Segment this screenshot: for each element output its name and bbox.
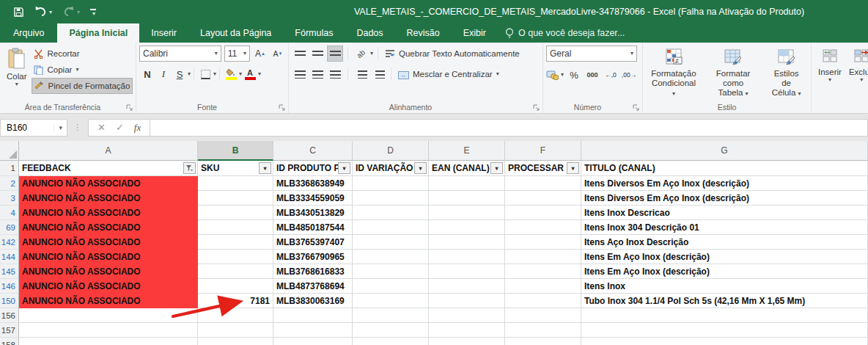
titulo-cell[interactable]: Itens Aço Inox Descrição [581,235,868,250]
number-format-combobox[interactable]: Geral ▾ [546,46,637,62]
sku-cell[interactable] [198,235,273,250]
id-variacao-cell[interactable] [353,294,429,308]
id-variacao-cell[interactable] [353,264,429,279]
processar-cell[interactable] [505,294,581,308]
paste-button[interactable]: Colar ▾ [3,46,30,94]
filter-applied-button[interactable] [183,162,196,174]
align-right-icon[interactable] [327,66,343,82]
id-produto-cell[interactable]: MLB3334559059 [273,191,353,206]
ean-cell[interactable] [429,264,505,279]
column-header-a[interactable]: A [19,141,198,161]
tab-pagina-inicial[interactable]: Página Inicial [57,23,139,43]
fill-color-icon[interactable] [223,66,239,82]
cell-c1[interactable]: ID PRODUTO P ▾ [273,161,353,176]
processar-cell[interactable] [505,176,581,191]
font-size-combobox[interactable]: 11 ▾ [224,46,250,62]
row-number[interactable]: 69 [0,220,19,235]
undo-icon[interactable]: ▾ [34,7,52,17]
empty-cell[interactable] [353,308,429,323]
font-color-icon[interactable]: A [242,66,258,82]
formula-input[interactable] [150,119,868,137]
font-family-combobox[interactable]: Calibri ▾ [139,46,221,62]
row-number[interactable]: 144 [0,250,19,264]
processar-cell[interactable] [505,220,581,235]
row-number[interactable]: 146 [0,279,19,294]
increase-decimal-icon[interactable]: ←,0 [603,67,619,83]
tab-arquivo[interactable]: Arquivo [0,23,57,43]
row-number[interactable]: 145 [0,264,19,279]
empty-cell[interactable] [198,323,273,338]
sku-cell[interactable]: 7181 [198,294,273,308]
processar-cell[interactable] [505,250,581,264]
empty-cell[interactable] [581,308,868,323]
empty-cell[interactable] [581,323,868,338]
id-variacao-cell[interactable] [353,176,429,191]
id-variacao-cell[interactable] [353,279,429,294]
row-number[interactable]: 1 [0,161,19,176]
borders-icon[interactable] [197,66,213,82]
sku-cell[interactable] [198,250,273,264]
filter-dropdown-button[interactable]: ▾ [259,162,271,174]
column-header-f[interactable]: F [505,141,581,161]
empty-cell[interactable] [273,308,353,323]
increase-font-size-button[interactable]: A▲ [253,46,268,62]
font-dialog-launcher-icon[interactable] [279,104,286,112]
column-header-b[interactable]: B [198,141,273,161]
ean-cell[interactable] [429,235,505,250]
fx-icon[interactable]: fx [134,122,141,134]
id-produto-cell[interactable]: MLB4873768694 [273,279,353,294]
empty-cell[interactable] [353,338,429,345]
format-as-table-button[interactable]: Formatar como Tabela ▾ [702,46,765,100]
tab-exibir[interactable]: Exibir [452,23,498,43]
italic-button[interactable]: I [155,66,172,82]
feedback-cell[interactable]: ANUNCIO NÃO ASSOCIADO [19,191,198,206]
titulo-cell[interactable]: Itens Inox Descricao [581,206,868,220]
cell-b1[interactable]: SKU ▾ [198,161,273,176]
row-number[interactable]: 4 [0,206,19,220]
conditional-formatting-button[interactable]: ≠ Formatação Condicional ▾ [646,46,702,100]
feedback-cell[interactable]: ANUNCIO NÃO ASSOCIADO [19,206,198,220]
cell-e1[interactable]: EAN (CANAL) ▾ [429,161,505,176]
filter-dropdown-button[interactable]: ▾ [338,162,350,174]
id-produto-cell[interactable]: MLB3830063169 [273,294,353,308]
copy-button[interactable]: Copiar ▾ [32,62,133,78]
id-variacao-cell[interactable] [353,235,429,250]
ean-cell[interactable] [429,176,505,191]
filter-dropdown-button[interactable]: ▾ [490,162,503,174]
align-middle-icon[interactable] [309,46,326,62]
row-number[interactable]: 142 [0,235,19,250]
merge-center-button[interactable]: ↔ Mesclar e Centralizar ▾ [396,66,501,82]
wrap-text-button[interactable]: Quebrar Texto Automaticamente [383,46,522,62]
cut-button[interactable]: Recortar [32,46,133,62]
tab-inserir[interactable]: Inserir [139,23,188,43]
row-number[interactable]: 158 [0,338,19,345]
insert-cells-button[interactable]: Inserir ▾ [814,46,845,85]
processar-cell[interactable] [505,264,581,279]
column-header-e[interactable]: E [429,141,505,161]
sku-cell[interactable] [198,264,273,279]
column-header-c[interactable]: C [273,141,353,161]
empty-cell[interactable] [19,338,198,345]
id-variacao-cell[interactable] [353,191,429,206]
id-produto-cell[interactable]: MLB4850187544 [273,220,353,235]
feedback-cell[interactable]: ANUNCIO NÃO ASSOCIADO [19,250,198,264]
filter-dropdown-button[interactable]: ▾ [567,162,579,174]
id-variacao-cell[interactable] [353,220,429,235]
clipboard-dialog-launcher-icon[interactable] [126,104,133,112]
tab-formulas[interactable]: Fórmulas [283,23,345,43]
paste-dropdown-icon[interactable]: ▾ [15,81,18,87]
decrease-indent-icon[interactable]: ← [353,66,369,82]
column-header-g[interactable]: G [581,141,868,161]
alignment-dialog-launcher-icon[interactable] [533,104,540,112]
processar-cell[interactable] [505,279,581,294]
decrease-font-size-button[interactable]: A▼ [271,46,285,62]
tab-layout-da-pagina[interactable]: Layout da Página [188,23,283,43]
cancel-icon[interactable]: ✕ [98,122,106,133]
processar-cell[interactable] [505,191,581,206]
align-bottom-icon[interactable] [327,46,343,62]
underline-button[interactable]: S [172,66,188,82]
empty-cell[interactable] [19,323,198,338]
titulo-cell[interactable]: Tubo Inox 304 1.1/4 Pol Sch 5s (42,16 Mm… [581,294,868,308]
format-painter-button[interactable]: Pincel de Formatação [32,78,133,94]
customize-qat-icon[interactable]: ▾ [90,9,96,15]
